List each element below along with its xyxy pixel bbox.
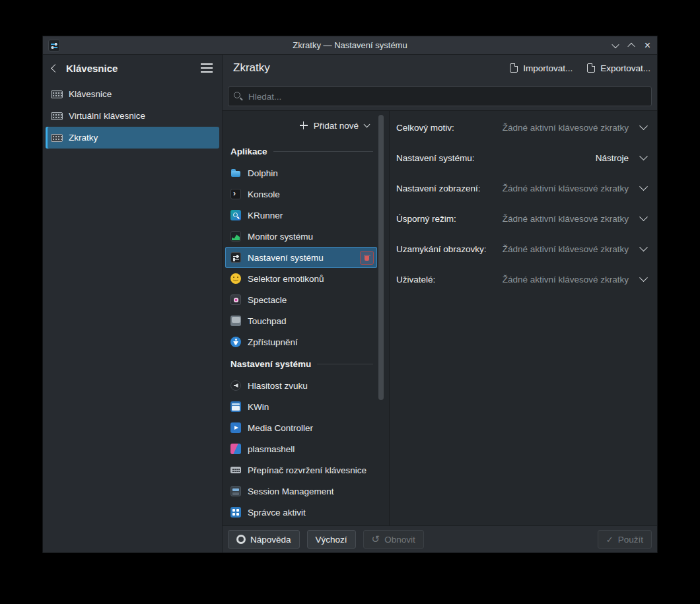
list-item[interactable]: Hlasitost zvuku — [225, 375, 377, 396]
krunner-icon — [230, 210, 241, 220]
shortcut-row-label: Úsporný režim: — [396, 214, 456, 224]
shortcut-row-value: Žádné aktivní klávesové zkratky — [493, 244, 629, 254]
list-item[interactable]: plasmashell — [225, 438, 377, 459]
emoji-selector-icon — [230, 273, 241, 284]
list-item[interactable]: KRunner — [225, 205, 377, 226]
accessibility-icon — [230, 337, 241, 347]
list-item[interactable]: Nastavení systému — [225, 247, 377, 268]
help-icon — [236, 535, 246, 544]
shortcut-row-value: Žádné aktivní klávesové zkratky — [487, 184, 629, 193]
section-title: Nastavení systému — [230, 359, 311, 369]
delete-button[interactable] — [360, 251, 374, 265]
page-title: Zkratky — [233, 55, 270, 81]
list-item[interactable]: Dolphin — [225, 162, 377, 184]
sidebar-item[interactable]: Klávesnice — [46, 83, 219, 105]
list-item[interactable]: Selektor emotikonů — [225, 268, 377, 289]
shortcut-list: Přidat nové AplikaceDolphinKonsoleKRunne… — [225, 111, 377, 523]
shortcut-row-value: Žádné aktivní klávesové zkratky — [442, 275, 629, 285]
apply-button[interactable]: Použít — [598, 530, 652, 549]
list-item[interactable]: Monitor systému — [225, 226, 377, 247]
window-title: Zkratky — Nastavení systému — [43, 36, 657, 55]
section-rule — [273, 151, 373, 152]
shortcut-row[interactable]: Nastavení zobrazení:Žádné aktivní kláves… — [390, 173, 657, 203]
list-item-label: Media Controller — [248, 423, 374, 433]
minimize-icon[interactable] — [612, 41, 619, 48]
keyboard-layout-icon — [230, 465, 241, 475]
reset-button[interactable]: Obnovit — [363, 530, 424, 549]
search-input[interactable] — [228, 86, 652, 106]
import-document-icon — [510, 63, 518, 73]
desktop-background: Zkratky — Nastavení systému Klávesnice K… — [0, 0, 700, 604]
list-item-label: Konsole — [248, 189, 374, 199]
chevron-down-icon[interactable] — [639, 243, 648, 252]
chevron-down-icon[interactable] — [639, 213, 648, 221]
sidebar-item[interactable]: Zkratky — [46, 127, 219, 149]
scrollbar-track[interactable] — [378, 112, 384, 524]
shortcut-row-label: Celkový motiv: — [396, 123, 454, 133]
hamburger-menu-icon[interactable] — [201, 67, 213, 69]
list-item-label: KRunner — [248, 211, 374, 220]
list-item-label: Zpřístupnění — [248, 337, 374, 347]
dolphin-folder-icon — [230, 168, 241, 178]
keyboard-icon — [51, 90, 63, 98]
sidebar-item-label: Virtuální klávesnice — [69, 111, 145, 121]
section-header: Aplikace — [225, 140, 377, 162]
chevron-down-icon[interactable] — [639, 273, 648, 282]
details-pane: Celkový motiv:Žádné aktivní klávesové zk… — [389, 110, 657, 525]
shortcut-row[interactable]: Úsporný režim:Žádné aktivní klávesové zk… — [390, 203, 657, 234]
session-management-icon — [230, 486, 241, 496]
titlebar[interactable]: Zkratky — Nastavení systému — [43, 36, 657, 55]
list-item[interactable]: Spectacle — [225, 289, 377, 310]
search-bar — [228, 86, 652, 106]
keyboard-icon — [51, 134, 63, 142]
shortcut-row-label: Nastavení zobrazení: — [396, 184, 481, 193]
list-item[interactable]: Session Management — [225, 481, 377, 502]
list-item[interactable]: Konsole — [225, 184, 377, 205]
keyboard-icon — [51, 112, 63, 120]
list-item[interactable]: Přepínač rozvržení klávesnice — [225, 459, 377, 481]
undo-icon — [372, 535, 380, 545]
sidebar-header: Klávesnice — [43, 55, 222, 81]
list-item-label: Nastavení systému — [248, 253, 353, 263]
maximize-icon[interactable] — [627, 43, 635, 50]
activity-manager-icon — [230, 507, 241, 518]
touchpad-icon — [230, 316, 241, 326]
shortcut-row[interactable]: Celkový motiv:Žádné aktivní klávesové zk… — [390, 112, 657, 143]
list-item[interactable]: Touchpad — [225, 310, 377, 331]
import-button[interactable]: Importovat... — [510, 63, 573, 73]
export-button[interactable]: Exportovat... — [587, 63, 650, 73]
chevron-down-icon[interactable] — [639, 152, 648, 160]
back-chevron-icon[interactable] — [51, 64, 59, 73]
main-header: Zkratky Importovat... Exportovat... — [223, 55, 657, 81]
plus-icon — [300, 121, 308, 129]
list-item[interactable]: Zpřístupnění — [225, 331, 377, 352]
list-item[interactable]: KWin — [225, 396, 377, 417]
help-button[interactable]: Nápověda — [228, 530, 300, 549]
list-item-label: Monitor systému — [248, 232, 374, 242]
shortcut-row-value: Žádné aktivní klávesové zkratky — [461, 123, 629, 133]
add-new-button[interactable]: Přidat nové — [293, 117, 376, 135]
chevron-down-icon[interactable] — [639, 182, 648, 191]
list-item-label: Session Management — [248, 487, 374, 496]
footer-bar: Nápověda Výchozí Obnovit Použít — [223, 525, 657, 553]
section-title: Aplikace — [230, 147, 267, 156]
list-item[interactable]: Správce aktivit — [225, 502, 377, 523]
shortcut-row[interactable]: Nastavení systému:Nástroje — [390, 143, 657, 173]
list-item[interactable]: Media Controller — [225, 417, 377, 438]
list-item-label: Touchpad — [248, 316, 374, 326]
shortcut-row[interactable]: Uživatelé:Žádné aktivní klávesové zkratk… — [390, 264, 657, 294]
apply-button-label: Použít — [618, 535, 643, 545]
defaults-button-label: Výchozí — [316, 535, 347, 545]
defaults-button[interactable]: Výchozí — [307, 530, 356, 549]
chevron-down-icon — [364, 121, 370, 127]
shortcut-row-value: Nástroje — [481, 153, 629, 163]
reset-button-label: Obnovit — [384, 535, 415, 545]
sidebar-title: Klávesnice — [66, 63, 193, 74]
konsole-terminal-icon — [230, 189, 241, 199]
scrollbar-thumb[interactable] — [378, 115, 384, 400]
sidebar-item[interactable]: Virtuální klávesnice — [46, 105, 219, 127]
chevron-down-icon[interactable] — [639, 121, 648, 130]
close-icon[interactable] — [645, 40, 650, 51]
shortcut-row[interactable]: Uzamykání obrazovky:Žádné aktivní kláves… — [390, 234, 657, 264]
kwin-icon — [230, 401, 241, 412]
